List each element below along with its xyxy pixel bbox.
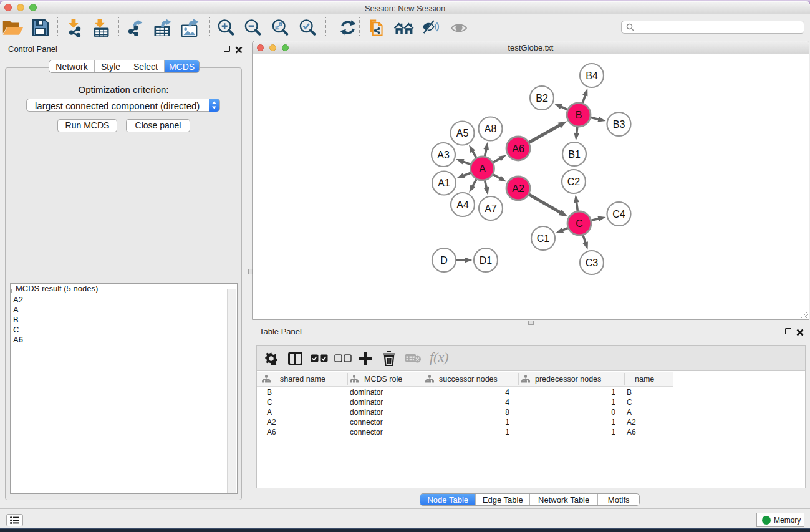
svg-text:B1: B1	[568, 149, 581, 160]
svg-text:A5: A5	[456, 128, 469, 138]
svg-text:A6: A6	[512, 143, 524, 154]
svg-text:A4: A4	[456, 200, 469, 210]
svg-text:D1: D1	[480, 255, 493, 266]
svg-text:C4: C4	[612, 209, 625, 220]
svg-text:B3: B3	[613, 119, 625, 130]
svg-text:A: A	[479, 163, 486, 174]
svg-text:B: B	[576, 110, 582, 120]
svg-text:C2: C2	[567, 177, 581, 187]
svg-text:A7: A7	[485, 203, 497, 214]
svg-text:B2: B2	[536, 93, 548, 104]
svg-text:A8: A8	[485, 123, 497, 134]
svg-text:B4: B4	[586, 70, 598, 81]
svg-text:D: D	[440, 255, 448, 266]
svg-text:A1: A1	[438, 178, 450, 188]
svg-text:A2: A2	[512, 183, 524, 194]
svg-text:A3: A3	[437, 150, 450, 160]
svg-text:C1: C1	[537, 233, 550, 244]
svg-text:C3: C3	[586, 258, 599, 268]
svg-text:C: C	[576, 218, 583, 229]
